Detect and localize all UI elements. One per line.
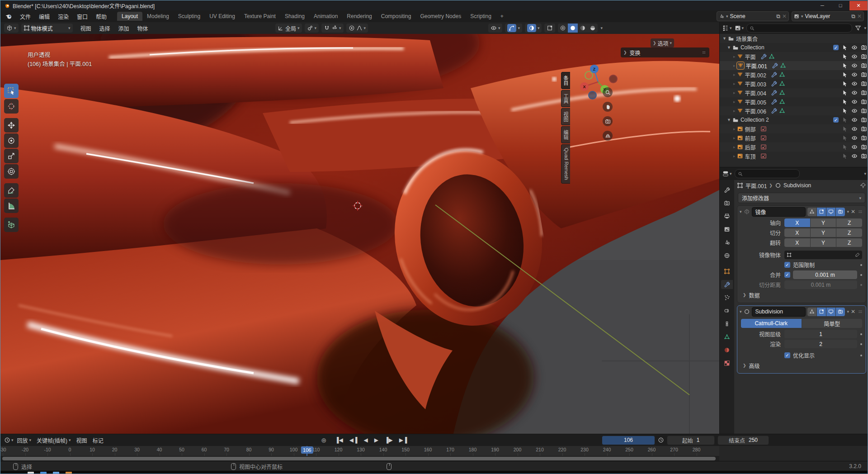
tab-material[interactable] xyxy=(721,346,733,355)
disclosure-triangle-icon[interactable]: ▸ xyxy=(733,54,736,59)
subdiv-catmull-clark-button[interactable]: Catmull-Clark xyxy=(741,319,802,328)
workspace-tab-sculpting[interactable]: Sculpting xyxy=(174,12,205,21)
frame-start-field[interactable]: 起始 1 xyxy=(667,436,715,445)
tool-add-cube[interactable] xyxy=(4,218,19,232)
subdivision-name-field[interactable]: Subdivision xyxy=(752,307,806,317)
playback-menu[interactable]: 回放▾ xyxy=(15,436,33,445)
tool-measure[interactable] xyxy=(4,199,19,213)
mirror-delete-button[interactable]: ✕ xyxy=(851,209,855,215)
workspace-tab-rendering[interactable]: Rendering xyxy=(342,12,376,21)
outliner-row-roof[interactable]: ▸ 车顶 xyxy=(720,152,868,161)
render-camera-icon[interactable] xyxy=(861,144,867,150)
snap-toggle[interactable]: ▾ xyxy=(321,24,344,33)
proportional-editing-toggle[interactable]: ▾ xyxy=(346,24,368,33)
levels-render-field[interactable]: 2 xyxy=(784,340,857,348)
workspace-add-tab[interactable]: + xyxy=(496,12,508,21)
selectable-arrow-icon[interactable] xyxy=(842,108,848,114)
subdiv-simple-button[interactable]: 简单型 xyxy=(802,319,863,328)
selectable-arrow-icon[interactable] xyxy=(842,117,848,123)
tool-annotate[interactable] xyxy=(4,183,19,198)
hide-eye-icon[interactable] xyxy=(851,71,858,78)
timeline-ruler[interactable]: -30-20-100102030405060708090100110120130… xyxy=(0,446,719,456)
play-button[interactable]: ▶ xyxy=(373,436,380,445)
mirror-show-edit-mode-toggle[interactable] xyxy=(817,208,826,216)
disclosure-triangle-icon[interactable]: ▼ xyxy=(727,118,731,122)
disclosure-triangle-icon[interactable]: ▼ xyxy=(727,45,731,50)
workspace-tab-texturepaint[interactable]: Texture Paint xyxy=(240,12,280,21)
pivot-point-selector[interactable]: ▾ xyxy=(305,24,319,33)
clipping-checkbox[interactable]: ✓ xyxy=(784,262,790,268)
render-camera-icon[interactable] xyxy=(861,62,867,69)
hide-eye-icon[interactable] xyxy=(851,62,858,69)
workspace-tab-scripting[interactable]: Scripting xyxy=(466,12,496,21)
scene-selector[interactable]: ▾ Scene ⧉ ✕ xyxy=(717,11,789,21)
tab-scene[interactable] xyxy=(721,238,733,247)
gizmo-minus-y-axis[interactable] xyxy=(585,71,593,80)
workspace-tab-uvediting[interactable]: UV Editing xyxy=(205,12,240,21)
current-frame-field[interactable]: 106 xyxy=(602,436,655,445)
tab-object-data[interactable] xyxy=(721,332,733,341)
filter-funnel-icon[interactable] xyxy=(855,25,861,31)
bisect-distance-field[interactable]: 0.001 m xyxy=(784,280,857,289)
workspace-tab-geometrynodes[interactable]: Geometry Nodes xyxy=(415,12,466,21)
mirror-axis-y[interactable]: Y xyxy=(811,218,836,227)
mirror-flip-y[interactable]: Y xyxy=(811,238,836,247)
workspace-tab-layout[interactable]: Layout xyxy=(117,12,142,21)
menu-file[interactable]: 文件 xyxy=(16,13,35,20)
hide-eye-icon[interactable] xyxy=(851,153,858,159)
disclosure-triangle-icon[interactable]: ▸ xyxy=(733,63,736,68)
mirror-show-viewport-toggle[interactable] xyxy=(826,208,835,216)
taskbar-icon[interactable] xyxy=(66,472,72,474)
render-camera-icon[interactable] xyxy=(861,71,867,78)
hide-eye-icon[interactable] xyxy=(851,53,858,60)
properties-editor-selector[interactable]: ▾ xyxy=(722,171,732,177)
transform-panel-header[interactable]: ❯变换 xyxy=(621,47,709,57)
outliner-row-front[interactable]: ▸ 前部 xyxy=(720,133,868,142)
hide-eye-icon[interactable] xyxy=(851,90,858,96)
render-camera-icon[interactable] xyxy=(861,153,867,159)
collection-checkbox[interactable]: ✓ xyxy=(833,117,839,123)
add-modifier-dropdown[interactable]: 添加修改器▾ xyxy=(738,193,865,203)
tab-output[interactable] xyxy=(721,212,733,221)
keying-menu[interactable]: 关键帧(插帧)▾ xyxy=(35,436,73,445)
npanel-tab-quadremesh[interactable]: Quad Remesh xyxy=(561,144,570,184)
properties-options[interactable]: ▾ xyxy=(864,171,866,176)
hide-eye-icon[interactable] xyxy=(851,108,858,114)
render-camera-icon[interactable] xyxy=(861,44,867,51)
tab-modifiers[interactable] xyxy=(721,280,733,289)
outliner-row-plane-003[interactable]: ▸ 平面.003 xyxy=(720,79,868,88)
3d-viewport[interactable]: 用户透视 (106) 场景集合 | 平面.001 ❯选项▾ ❯变换 Z Y X xyxy=(0,34,719,434)
mirror-data-section[interactable]: ❯数据 xyxy=(737,290,866,300)
transform-orientation-selector[interactable]: 全局 ▾ xyxy=(275,24,302,33)
collapse-chevron-icon[interactable]: ▾ xyxy=(740,309,742,314)
taskbar-icon[interactable] xyxy=(40,472,47,474)
tab-view-layer[interactable] xyxy=(721,225,733,234)
tab-texture[interactable] xyxy=(721,359,733,368)
new-scene-button[interactable]: ⧉ xyxy=(776,13,780,19)
perspective-ortho-button[interactable] xyxy=(603,131,613,141)
outliner-row-plane[interactable]: ▸ 平面 xyxy=(720,52,868,61)
taskbar-icon[interactable] xyxy=(53,472,59,474)
hide-eye-icon[interactable] xyxy=(851,99,858,105)
animate-dot[interactable] xyxy=(860,284,862,286)
workspace-tab-animation[interactable]: Animation xyxy=(309,12,342,21)
editor-type-selector[interactable]: ▾ xyxy=(4,24,19,33)
mirror-show-on-cage-toggle[interactable] xyxy=(807,208,816,216)
mirror-bisect-z[interactable]: Z xyxy=(836,228,862,237)
shading-dropdown[interactable]: ▾ xyxy=(600,26,603,30)
gizmo-minus-z-axis[interactable] xyxy=(588,91,597,100)
hide-eye-icon[interactable] xyxy=(851,144,858,150)
mode-selector[interactable]: 物体模式 ▾ xyxy=(21,24,73,33)
subdiv-show-edit-mode-toggle[interactable] xyxy=(817,308,826,316)
animate-dot[interactable] xyxy=(860,264,862,266)
tab-render[interactable] xyxy=(721,199,733,208)
animate-dot[interactable] xyxy=(860,274,862,276)
minimize-button[interactable]: ─ xyxy=(813,1,831,10)
menu-window[interactable]: 窗口 xyxy=(73,13,92,20)
mirror-flip-x[interactable]: X xyxy=(784,238,810,247)
close-button[interactable]: ✕ xyxy=(849,1,868,10)
gizmo-minus-x-axis[interactable] xyxy=(609,75,618,83)
mirror-axis-z[interactable]: Z xyxy=(836,218,862,227)
tool-select-box[interactable] xyxy=(4,84,19,98)
subdiv-delete-button[interactable]: ✕ xyxy=(851,308,855,315)
